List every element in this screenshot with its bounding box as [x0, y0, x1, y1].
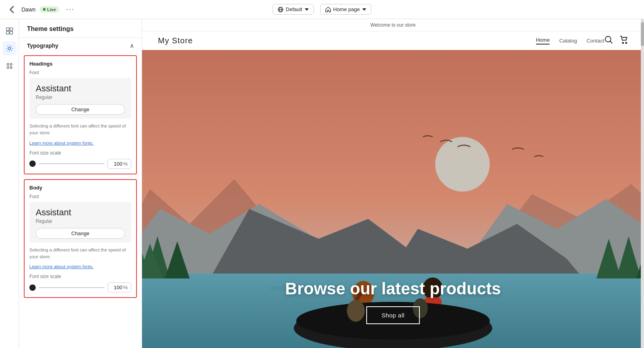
sections-icon [6, 27, 13, 35]
headings-font-note: Selecting a different font can affect th… [29, 123, 131, 137]
body-font-name: Assistant [36, 207, 125, 218]
body-change-button[interactable]: Change [36, 228, 125, 239]
chevron-down-icon-2 [362, 8, 366, 11]
default-button[interactable]: Default [273, 4, 313, 15]
body-size-value: 100 [111, 284, 122, 290]
headings-section: Headings Font Assistant Regular Change S… [24, 55, 137, 174]
svg-point-7 [8, 47, 11, 50]
headings-font-name: Assistant [36, 83, 125, 94]
settings-scroll[interactable]: Headings Font Assistant Regular Change S… [19, 52, 142, 348]
svg-point-8 [606, 37, 611, 42]
body-font-style: Regular [36, 218, 125, 224]
homepage-button[interactable]: Home page [320, 4, 371, 15]
globe-icon [278, 7, 283, 12]
body-font-note: Selecting a different font can affect th… [29, 247, 131, 261]
body-font-preview: Assistant Regular Change [29, 202, 131, 243]
store-logo: My Store [158, 36, 536, 45]
body-size-slider[interactable] [39, 287, 104, 288]
cart-icon[interactable] [619, 35, 628, 46]
sidebar-apps-button[interactable] [2, 59, 17, 73]
body-section: Body Font Assistant Regular Change Selec… [24, 179, 137, 298]
headings-label: Headings [29, 61, 131, 67]
body-size-label: Font size scale [29, 274, 131, 279]
nav-contact[interactable]: Contact [586, 38, 604, 44]
sidebar-nav-button[interactable] [2, 24, 17, 38]
settings-title: Theme settings [27, 25, 134, 33]
svg-rect-4 [10, 28, 13, 31]
homepage-label: Home page [333, 6, 360, 12]
typography-header: Typography ∧ [19, 38, 142, 52]
headings-font-style: Regular [36, 95, 125, 100]
store-preview: Welcome to our store My Store Home Catal… [142, 19, 644, 348]
store-nav: My Store Home Catalog Contact [142, 31, 644, 50]
headings-size-label: Font size scale [29, 150, 131, 156]
store-nav-icons [604, 35, 628, 46]
body-size-row: 100 % [29, 282, 131, 292]
sidebar-settings-button[interactable] [2, 41, 17, 56]
nav-catalog[interactable]: Catalog [559, 38, 577, 44]
default-label: Default [286, 6, 302, 12]
svg-rect-6 [10, 31, 13, 34]
svg-line-9 [610, 41, 613, 44]
body-size-input[interactable]: 100 % [108, 282, 131, 292]
body-font-label: Font [29, 194, 131, 199]
headings-size-row: 100 % [29, 159, 131, 169]
live-label: Live [47, 7, 56, 12]
scrollbar-thumb [641, 22, 644, 46]
headings-size-percent: % [123, 161, 128, 167]
live-badge: Live [40, 6, 59, 13]
svg-rect-5 [6, 31, 9, 34]
home-icon [325, 7, 331, 12]
search-icon[interactable] [604, 35, 613, 46]
svg-rect-3 [6, 28, 9, 31]
typography-collapse-button[interactable]: ∧ [130, 43, 134, 49]
headings-size-value: 100 [111, 161, 122, 167]
icon-sidebar [0, 19, 19, 348]
top-bar-center: Default Home page [273, 4, 371, 15]
body-font-link[interactable]: Learn more about system fonts. [29, 264, 94, 269]
settings-panel: Theme settings Typography ∧ Headings Fon… [19, 19, 142, 348]
more-button[interactable]: ··· [63, 4, 78, 15]
shop-all-button[interactable]: Shop all [366, 306, 419, 324]
preview-scroll: Welcome to our store My Store Home Catal… [142, 19, 644, 348]
store-announcement: Welcome to our store [142, 19, 644, 31]
main-layout: Theme settings Typography ∧ Headings Fon… [0, 19, 644, 348]
top-bar: Dawn Live ··· Default Home page [0, 0, 644, 19]
apps-icon [6, 62, 13, 70]
preview-scrollbar[interactable] [641, 19, 644, 348]
hero-section: Browse our latest products Shop all [142, 50, 644, 348]
body-size-percent: % [123, 284, 128, 290]
settings-header: Theme settings [19, 19, 142, 38]
headings-font-label: Font [29, 70, 131, 75]
preview-area: Welcome to our store My Store Home Catal… [142, 19, 644, 348]
chevron-down-icon [305, 8, 309, 11]
top-bar-left: Dawn Live ··· [6, 4, 268, 15]
headings-font-link[interactable]: Learn more about system fonts. [29, 141, 94, 145]
hero-overlay: Browse our latest products Shop all [142, 279, 644, 348]
body-size-dot [29, 284, 36, 291]
store-nav-links: Home Catalog Contact [536, 37, 604, 44]
body-label: Body [29, 185, 131, 191]
live-dot [43, 8, 46, 11]
gear-icon [6, 44, 13, 52]
typography-label: Typography [27, 43, 58, 49]
headings-size-input[interactable]: 100 % [108, 159, 131, 169]
headings-size-dot [29, 160, 36, 167]
store-name-label: Dawn [21, 6, 36, 13]
back-button[interactable] [6, 4, 17, 15]
headings-change-button[interactable]: Change [36, 104, 125, 115]
headings-font-preview: Assistant Regular Change [29, 78, 131, 119]
svg-point-11 [626, 43, 627, 44]
hero-title: Browse our latest products [285, 279, 501, 298]
svg-point-10 [623, 43, 624, 44]
headings-size-slider[interactable] [39, 163, 104, 164]
nav-home[interactable]: Home [536, 37, 550, 44]
